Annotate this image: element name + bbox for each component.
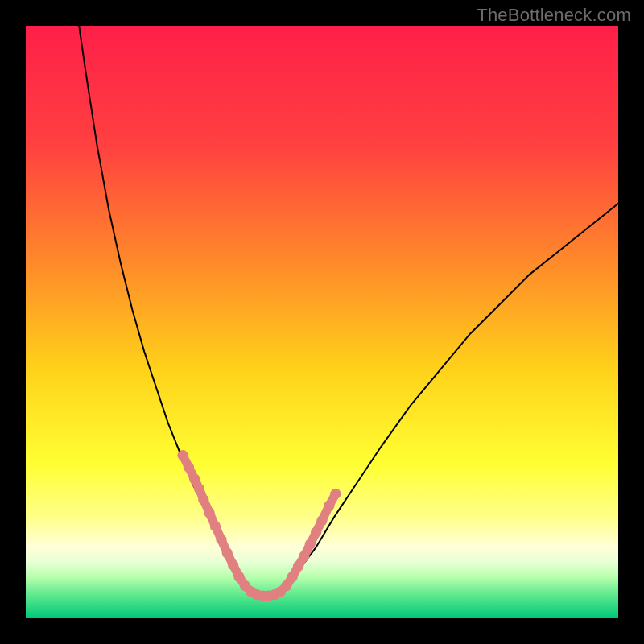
marker-dot <box>184 462 194 473</box>
marker-dot <box>198 494 208 505</box>
marker-band-line <box>183 456 336 596</box>
marker-dot <box>204 507 215 518</box>
curve-layer <box>26 26 618 618</box>
left-arm-line <box>79 26 245 588</box>
marker-dot <box>216 534 226 544</box>
marker-dot <box>330 489 341 499</box>
marker-dot <box>305 539 316 549</box>
marker-dot <box>299 551 309 561</box>
marker-dot <box>222 547 233 558</box>
chart-frame: TheBottleneck.com <box>0 0 644 644</box>
marker-dot <box>316 515 327 526</box>
marker-dot <box>281 580 291 591</box>
plot-area <box>26 26 618 618</box>
marker-dot <box>233 572 244 582</box>
watermark-text: TheBottleneck.com <box>477 5 631 26</box>
marker-dot <box>287 572 298 582</box>
marker-dot <box>311 527 321 538</box>
right-arm-line <box>287 204 618 588</box>
marker-dot <box>194 484 204 494</box>
marker-dot <box>189 473 200 484</box>
marker-dot <box>293 561 303 572</box>
marker-dot <box>324 501 334 511</box>
marker-dot <box>228 559 238 570</box>
marker-dot <box>210 521 221 531</box>
marker-dot <box>177 450 188 460</box>
